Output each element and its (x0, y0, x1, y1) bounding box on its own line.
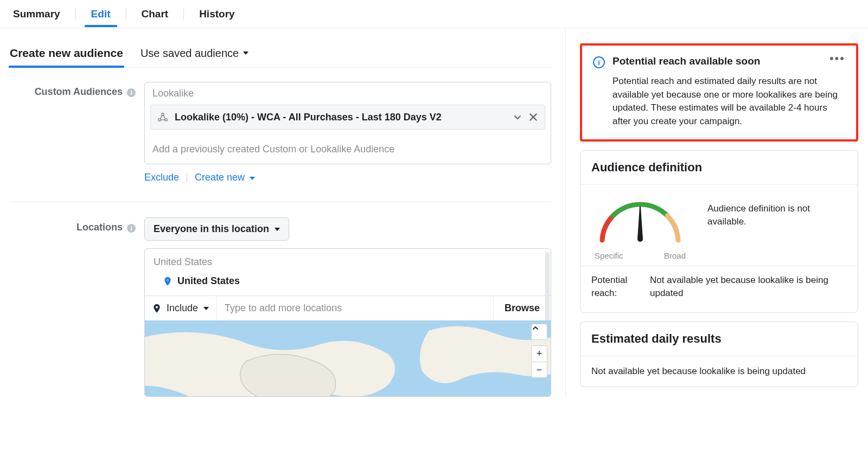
tab-history[interactable]: History (196, 2, 238, 27)
separator (187, 173, 187, 183)
include-label: Include (167, 303, 198, 314)
map-collapse-button[interactable] (531, 324, 547, 340)
location-item[interactable]: United States (145, 270, 551, 295)
tab-separator (126, 8, 126, 20)
create-new-label: Create new (195, 172, 245, 183)
audience-tab-bar: Create new audience Use saved audience (10, 47, 551, 68)
audience-definition-title: Audience definition (580, 151, 858, 185)
location-scope-select[interactable]: Everyone in this location (144, 217, 289, 241)
locations-label: Locations i (10, 217, 136, 397)
info-icon[interactable]: i (127, 88, 136, 97)
estimated-daily-results-card: Estimated daily results Not available ye… (580, 322, 858, 387)
custom-audiences-box: Lookalike Lookalike (10%) - WCA - All Pu… (144, 82, 551, 164)
location-include-row: Include Type to add more locations Brows… (145, 295, 551, 320)
location-map[interactable]: + − (145, 320, 551, 396)
gauge-specific-label: Specific (595, 251, 623, 260)
tab-chart[interactable]: Chart (138, 2, 172, 27)
info-icon[interactable]: i (127, 224, 136, 233)
svg-point-4 (156, 306, 158, 308)
potential-reach-body: Potential reach and estimated daily resu… (612, 75, 845, 128)
main-form: Create new audience Use saved audience C… (10, 28, 551, 397)
potential-reach-card: i Potential reach available soon ••• Pot… (580, 43, 858, 142)
potential-reach-label: Potential reach: (591, 274, 640, 300)
caret-down-icon (250, 177, 255, 180)
audience-gauge: Specific Broad (591, 197, 689, 260)
custom-audiences-row: Custom Audiences i Lookalike Lookalike (… (10, 82, 551, 183)
exclude-link[interactable]: Exclude (144, 172, 179, 183)
gauge-broad-label: Broad (664, 251, 686, 260)
audience-definition-text: Audience definition is not available. (707, 197, 847, 229)
svg-marker-6 (637, 207, 643, 239)
info-icon: i (593, 56, 605, 68)
chevron-down-icon[interactable] (513, 113, 522, 121)
edr-title: Estimated daily results (580, 322, 858, 356)
pin-icon (152, 304, 161, 313)
location-search-input[interactable]: Type to add more locations (216, 296, 493, 320)
more-menu-icon[interactable]: ••• (829, 55, 845, 61)
tab-summary[interactable]: Summary (10, 2, 63, 27)
location-scope-label: Everyone in this location (154, 223, 269, 235)
divider (10, 202, 551, 202)
top-tab-bar: Summary Edit Chart History (0, 0, 868, 28)
close-icon[interactable] (528, 112, 538, 122)
tab-edit[interactable]: Edit (88, 2, 114, 27)
svg-point-2 (162, 113, 164, 115)
locations-label-text: Locations (76, 222, 123, 233)
custom-audiences-label-text: Custom Audiences (35, 86, 123, 98)
map-zoom-in-button[interactable]: + (531, 345, 547, 362)
edr-body: Not available yet because lookalike is b… (580, 356, 858, 387)
caret-down-icon (275, 228, 280, 231)
lookalike-group-label: Lookalike (145, 82, 551, 102)
location-item-label: United States (177, 275, 240, 287)
custom-audiences-label: Custom Audiences i (10, 82, 136, 183)
audience-definition-card: Audience definition Specific Broad (580, 150, 858, 313)
svg-point-1 (165, 119, 167, 121)
svg-point-7 (637, 236, 643, 242)
svg-point-0 (158, 119, 161, 121)
tab-separator (75, 8, 76, 20)
locations-box: United States United States Include Type… (144, 248, 551, 397)
potential-reach-row: Potential reach: Not available yet becau… (580, 266, 858, 312)
pin-icon (163, 277, 172, 286)
audience-chip[interactable]: Lookalike (10%) - WCA - All Purchases - … (150, 105, 545, 130)
potential-reach-title: Potential reach available soon (612, 55, 822, 67)
create-new-link[interactable]: Create new (195, 172, 255, 183)
audience-chip-label: Lookalike (10%) - WCA - All Purchases - … (175, 111, 507, 124)
lookalike-icon (157, 112, 168, 122)
browse-button[interactable]: Browse (493, 296, 551, 320)
tab-saved-audience-label: Use saved audience (141, 47, 239, 60)
locations-row: Locations i Everyone in this location Un… (10, 217, 551, 397)
tab-saved-audience[interactable]: Use saved audience (141, 47, 248, 67)
estimates-panel: i Potential reach available soon ••• Pot… (565, 28, 858, 397)
add-audience-input[interactable]: Add a previously created Custom or Looka… (145, 135, 551, 164)
tab-separator (183, 8, 184, 20)
caret-down-icon (203, 307, 209, 310)
caret-down-icon (243, 52, 248, 55)
audience-actions: Exclude Create new (144, 172, 551, 183)
potential-reach-value: Not available yet because lookalike is b… (650, 274, 847, 300)
tab-create-audience[interactable]: Create new audience (10, 47, 123, 67)
include-dropdown[interactable]: Include (145, 296, 216, 320)
map-zoom-out-button[interactable]: − (531, 362, 547, 378)
location-group-label: United States (145, 249, 551, 270)
